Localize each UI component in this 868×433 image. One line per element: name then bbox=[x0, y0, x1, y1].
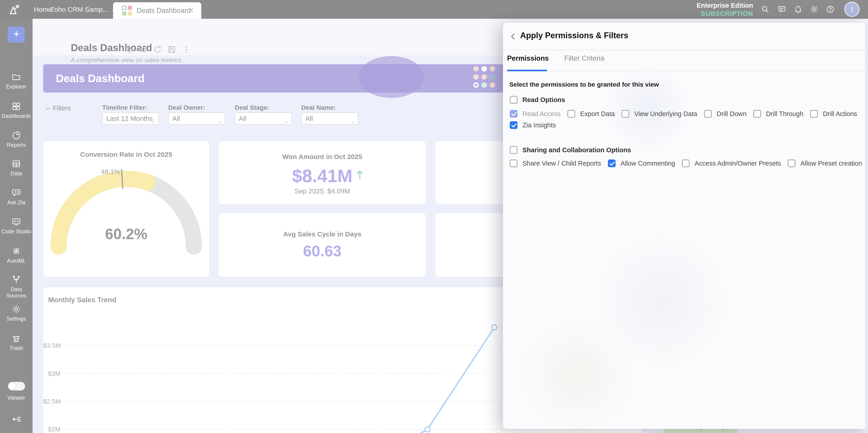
sharing-permissions-row: Share View / Child Reports Allow Comment… bbox=[510, 159, 862, 167]
checkbox-box[interactable] bbox=[788, 159, 796, 167]
divider bbox=[503, 71, 868, 71]
checkbox-drill-actions[interactable]: Drill Actions bbox=[810, 110, 857, 118]
read-permissions-row: Read Access Export Data View Underlying … bbox=[510, 110, 857, 118]
panel-instruction: Select the permissions to be granted for… bbox=[509, 81, 659, 88]
checkbox-box[interactable] bbox=[510, 110, 518, 118]
tab-permissions[interactable]: Permissions bbox=[507, 54, 549, 62]
checkbox-drill-through[interactable]: Drill Through bbox=[753, 110, 803, 118]
checkbox-zia-insights[interactable]: Zia Insights bbox=[510, 121, 556, 129]
zia-insights-row: Zia Insights bbox=[510, 121, 556, 129]
tab-filter-criteria[interactable]: Filter Criteria bbox=[564, 54, 604, 62]
checkbox-box[interactable] bbox=[682, 159, 689, 167]
sharing-section-row: Sharing and Collaboration Options bbox=[510, 146, 631, 154]
checkbox-export-data[interactable]: Export Data bbox=[567, 110, 615, 118]
apply-permissions-panel: Apply Permissions & Filters Permissions … bbox=[503, 23, 868, 429]
app-window: Home Zoho CRM Samp... ⌄ Deals Dashboard … bbox=[0, 0, 868, 433]
scrollbar-track[interactable] bbox=[865, 23, 868, 429]
checkbox-read-options[interactable]: Read Options bbox=[510, 96, 565, 103]
checkbox-box[interactable] bbox=[704, 110, 712, 118]
checkbox-allow-preset-creation[interactable]: Allow Preset creation bbox=[788, 159, 862, 167]
checkbox-read-access[interactable]: Read Access bbox=[510, 110, 561, 118]
checkbox-box[interactable] bbox=[810, 110, 818, 118]
checkbox-box[interactable] bbox=[510, 159, 518, 167]
checkbox-access-admin-owner-presets[interactable]: Access Admin/Owner Presets bbox=[682, 159, 781, 167]
checkbox-box[interactable] bbox=[510, 146, 518, 154]
checkbox-allow-commenting[interactable]: Allow Commenting bbox=[608, 159, 675, 167]
checkbox-box[interactable] bbox=[621, 110, 629, 118]
checkbox-share-view-child-reports[interactable]: Share View / Child Reports bbox=[510, 159, 601, 167]
checkbox-box[interactable] bbox=[608, 159, 616, 167]
checkbox-box[interactable] bbox=[753, 110, 761, 118]
checkbox-box[interactable] bbox=[567, 110, 575, 118]
checkbox-drill-down[interactable]: Drill Down bbox=[704, 110, 747, 118]
active-tab-underline bbox=[507, 70, 547, 71]
panel-title: Apply Permissions & Filters bbox=[520, 31, 628, 40]
checkbox-box[interactable] bbox=[510, 96, 518, 103]
checkbox-box[interactable] bbox=[510, 121, 518, 129]
checkbox-sharing-options[interactable]: Sharing and Collaboration Options bbox=[510, 146, 631, 154]
read-options-section-row: Read Options bbox=[510, 96, 565, 103]
checkbox-view-underlying-data[interactable]: View Underlying Data bbox=[621, 110, 697, 118]
divider bbox=[503, 50, 868, 50]
back-arrow-icon[interactable] bbox=[509, 31, 517, 42]
